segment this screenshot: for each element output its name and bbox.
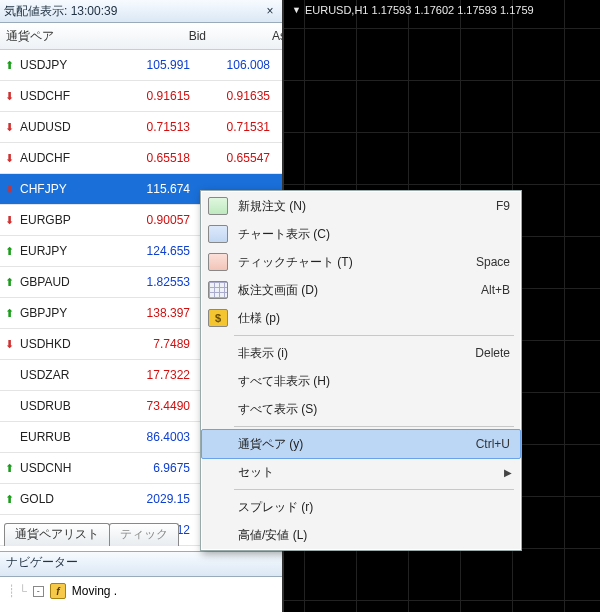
arrow-up-icon: ⬆ xyxy=(0,307,18,320)
bid-cell: 105.991 xyxy=(108,58,196,72)
ctx-item-label: すべて非表示 (H) xyxy=(238,373,510,390)
symbol-cell: USDCHF xyxy=(18,89,108,103)
symbol-cell: EURJPY xyxy=(18,244,108,258)
symbol-cell: USDCNH xyxy=(18,461,108,475)
navigator-title: ナビゲーター xyxy=(0,552,282,577)
market-watch-headers[interactable]: 通貨ペア Bid Ask xyxy=(0,23,282,50)
context-menu: 新規注文 (N)F9チャート表示 (C)ティックチャート (T)Space板注文… xyxy=(200,190,522,551)
symbol-cell: GBPAUD xyxy=(18,275,108,289)
ask-cell: 0.71531 xyxy=(196,120,276,134)
ctx-spread[interactable]: スプレッド (r) xyxy=(202,493,520,521)
symbol-cell: USDRUB xyxy=(18,399,108,413)
symbol-cell: CHFJPY xyxy=(18,182,108,196)
arrow-up-icon: ⬆ xyxy=(0,276,18,289)
ctx-separator xyxy=(234,489,514,490)
ctx-item-label: セット xyxy=(238,464,510,481)
arrow-down-icon: ⬇ xyxy=(0,152,18,165)
ctx-item-label: スプレッド (r) xyxy=(238,499,510,516)
header-symbol[interactable]: 通貨ペア xyxy=(0,28,118,45)
symbol-cell: EURRUB xyxy=(18,430,108,444)
bid-cell: 86.4003 xyxy=(108,430,196,444)
bid-cell: 17.7322 xyxy=(108,368,196,382)
ctx-item-icon xyxy=(206,525,230,545)
ctx-item-shortcut: Ctrl+U xyxy=(468,437,510,451)
ctx-item-shortcut: Alt+B xyxy=(473,283,510,297)
bid-cell: 7.7489 xyxy=(108,337,196,351)
ctx-new-order[interactable]: 新規注文 (N)F9 xyxy=(202,192,520,220)
ctx-item-label: すべて表示 (S) xyxy=(238,401,510,418)
bid-cell: 1.82553 xyxy=(108,275,196,289)
ask-cell: 0.91635 xyxy=(196,89,276,103)
ctx-item-icon xyxy=(206,371,230,391)
tree-collapse-icon[interactable]: - xyxy=(33,586,44,597)
bid-cell: 124.655 xyxy=(108,244,196,258)
bid-cell: 115.674 xyxy=(108,182,196,196)
ctx-chart-window[interactable]: チャート表示 (C) xyxy=(202,220,520,248)
ctx-separator xyxy=(234,335,514,336)
symbol-cell: GBPJPY xyxy=(18,306,108,320)
ctx-item-shortcut: Space xyxy=(468,255,510,269)
arrow-down-icon: ⬇ xyxy=(0,183,18,196)
ctx-depth-of-market[interactable]: 板注文画面 (D)Alt+B xyxy=(202,276,520,304)
ctx-item-label: ティックチャート (T) xyxy=(238,254,468,271)
navigator-panel: ナビゲーター ┊ └ - f Moving . xyxy=(0,551,282,612)
navigator-item[interactable]: Moving . xyxy=(72,584,117,598)
symbol-cell: EURGBP xyxy=(18,213,108,227)
ask-cell: 106.008 xyxy=(196,58,276,72)
ctx-item-shortcut: F9 xyxy=(488,199,510,213)
ctx-item-icon xyxy=(206,399,230,419)
arrow-down-icon: ⬇ xyxy=(0,338,18,351)
bid-cell: 0.71513 xyxy=(108,120,196,134)
ctx-tick-chart[interactable]: ティックチャート (T)Space xyxy=(202,248,520,276)
ctx-specification[interactable]: $仕様 (p) xyxy=(202,304,520,332)
chart-symbol-label: EURUSD,H1 1.17593 1.17602 1.17593 1.1759 xyxy=(305,4,534,16)
ctx-item-label: 新規注文 (N) xyxy=(238,198,488,215)
bid-cell: 138.397 xyxy=(108,306,196,320)
tab-tick[interactable]: ティック xyxy=(109,523,179,546)
table-row[interactable]: ⬆USDJPY105.991106.008 xyxy=(0,50,282,81)
ctx-item-label: 通貨ペア (y) xyxy=(238,436,468,453)
arrow-up-icon: ⬆ xyxy=(0,462,18,475)
chart-caret-icon: ▼ xyxy=(292,5,301,15)
table-row[interactable]: ⬇USDCHF0.916150.91635 xyxy=(0,81,282,112)
ctx-item-icon xyxy=(206,196,230,216)
ctx-item-label: 板注文画面 (D) xyxy=(238,282,473,299)
ctx-item-label: 仕様 (p) xyxy=(238,310,510,327)
ctx-high-low[interactable]: 高値/安値 (L) xyxy=(202,521,520,549)
table-row[interactable]: ⬇AUDUSD0.715130.71531 xyxy=(0,112,282,143)
ctx-separator xyxy=(234,426,514,427)
arrow-up-icon: ⬆ xyxy=(0,245,18,258)
ctx-show-all[interactable]: すべて表示 (S) xyxy=(202,395,520,423)
ctx-item-icon xyxy=(206,252,230,272)
ctx-item-shortcut: Delete xyxy=(467,346,510,360)
market-watch-titlebar: 気配値表示: 13:00:39 × xyxy=(0,0,282,23)
table-row[interactable]: ⬇AUDCHF0.655180.65547 xyxy=(0,143,282,174)
arrow-down-icon: ⬇ xyxy=(0,90,18,103)
tree-line: ┊ └ xyxy=(8,584,27,598)
bid-cell: 6.9675 xyxy=(108,461,196,475)
navigator-body: ┊ └ - f Moving . xyxy=(0,577,282,605)
arrow-up-icon: ⬆ xyxy=(0,493,18,506)
ctx-item-label: 非表示 (i) xyxy=(238,345,467,362)
ctx-sets[interactable]: セット▶ xyxy=(202,458,520,486)
ctx-item-label: 高値/安値 (L) xyxy=(238,527,510,544)
header-bid[interactable]: Bid xyxy=(118,29,212,43)
ctx-item-icon xyxy=(206,497,230,517)
context-menu-inner: 新規注文 (N)F9チャート表示 (C)ティックチャート (T)Space板注文… xyxy=(201,191,521,550)
ctx-symbols[interactable]: 通貨ペア (y)Ctrl+U xyxy=(201,429,521,459)
market-watch-title: 気配値表示: 13:00:39 xyxy=(4,3,117,20)
ctx-hide[interactable]: 非表示 (i)Delete xyxy=(202,339,520,367)
close-icon[interactable]: × xyxy=(262,3,278,19)
ctx-item-label: チャート表示 (C) xyxy=(238,226,510,243)
bid-cell: 0.90057 xyxy=(108,213,196,227)
ctx-hide-all[interactable]: すべて非表示 (H) xyxy=(202,367,520,395)
arrow-down-icon: ⬇ xyxy=(0,121,18,134)
arrow-up-icon: ⬆ xyxy=(0,59,18,72)
ctx-item-icon xyxy=(206,280,230,300)
tab-symbol-list[interactable]: 通貨ペアリスト xyxy=(4,523,110,546)
chart-title: ▼ EURUSD,H1 1.17593 1.17602 1.17593 1.17… xyxy=(292,4,534,16)
ctx-item-icon xyxy=(206,224,230,244)
ctx-item-icon xyxy=(206,434,230,454)
chevron-right-icon: ▶ xyxy=(504,467,512,478)
ctx-item-icon xyxy=(206,462,230,482)
